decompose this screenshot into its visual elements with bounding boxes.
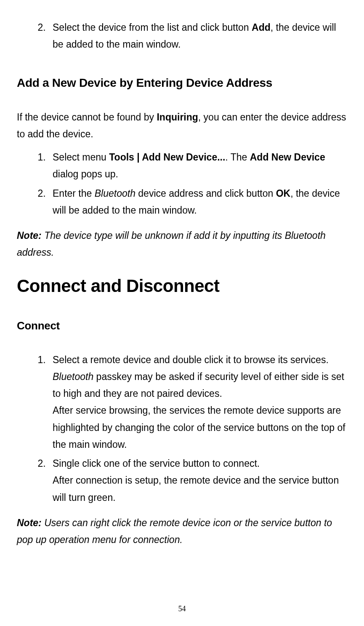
text: . The [225,152,250,163]
ordered-list-2: Select menu Tools | Add New Device.... T… [17,149,347,219]
bold-text: Tools | Add New Device... [109,152,225,163]
text: Enter the [53,188,95,199]
text: After connection is setup, the remote de… [53,475,339,503]
text: passkey may be asked if security level o… [53,371,344,399]
heading-connect: Connect [17,319,347,332]
text: dialog pops up. [53,169,118,179]
paragraph: If the device cannot be found by Inquiri… [17,109,347,143]
bold-text: OK [276,188,291,199]
list-item: Single click one of the service button t… [48,455,347,506]
list-item: Select menu Tools | Add New Device.... T… [48,149,347,183]
list-item: Enter the Bluetooth device address and c… [48,185,347,219]
bold-text: Inquiring [157,112,198,123]
note-text: The device type will be unknown if add i… [17,230,326,258]
note-label: Note: [17,517,42,528]
note-label: Note: [17,230,42,241]
heading-add-device-by-address: Add a New Device by Entering Device Addr… [17,76,347,90]
list-item: Select the device from the list and clic… [48,19,347,53]
text: Select the device from the list and clic… [53,22,252,33]
text: Single click one of the service button t… [53,458,260,469]
text: If the device cannot be found by [17,112,157,123]
text: After service browsing, the services the… [53,405,345,450]
note-text: Users can right click the remote device … [17,517,332,545]
text: device address and click button [136,188,276,199]
note-paragraph: Note: The device type will be unknown if… [17,227,347,261]
ordered-list-1: Select the device from the list and clic… [17,19,347,53]
italic-text: Bluetooth [53,371,93,382]
list-item: Select a remote device and double click … [48,351,347,453]
heading-connect-disconnect: Connect and Disconnect [17,276,347,296]
page-number: 54 [0,605,364,613]
note-paragraph: Note: Users can right click the remote d… [17,514,347,548]
text: Select menu [53,152,109,163]
bold-text: Add New Device [250,152,325,163]
text: Select a remote device and double click … [53,354,329,365]
bold-text: Add [252,22,271,33]
italic-text: Bluetooth [95,188,136,199]
ordered-list-3: Select a remote device and double click … [17,351,347,506]
